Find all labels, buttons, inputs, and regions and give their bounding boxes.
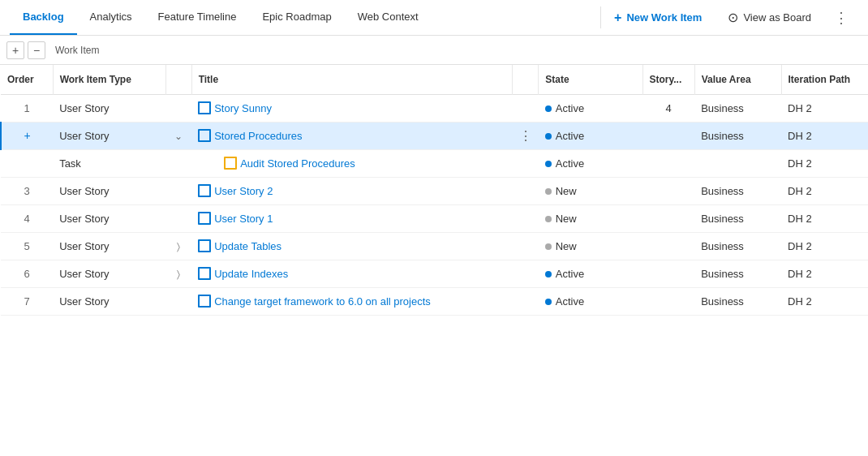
cell-title: User Story 1 [191,204,513,232]
cell-work-item-type: User Story [53,204,165,232]
cell-expand[interactable]: 〉 [165,260,191,287]
table-row[interactable]: +User Story⌄ Stored Procedures ⋮ActiveBu… [1,122,868,149]
cell-iteration-path: DH 2 [781,122,868,149]
table-row[interactable]: 5User Story〉 Update Tables ⋮NewBusinessD… [1,232,868,260]
cell-order: 7 [1,287,53,315]
cell-work-item-type: User Story [53,232,165,260]
cell-expand [165,177,191,204]
cell-row-actions[interactable]: ⋮ [513,94,539,122]
col-order: Order [1,65,53,94]
cell-title: Change target framework to 6.0 on all pr… [191,287,513,315]
title-text[interactable]: Update Tables [214,240,281,252]
tab-feature-timeline[interactable]: Feature Timeline [145,0,250,35]
state-label: New [556,240,577,252]
cell-state: Active [539,287,642,315]
col-work-item-type: Work Item Type [53,65,165,94]
cell-row-actions[interactable]: ⋮ [513,177,539,204]
cell-title: Audit Stored Procedures [191,149,513,177]
cell-iteration-path: DH 2 [781,94,868,122]
remove-item-button[interactable]: − [28,41,45,59]
cell-iteration-path: DH 2 [781,260,868,287]
table-row[interactable]: Task Audit Stored Procedures ⋮ActiveDH 2 [1,149,868,177]
cell-work-item-type: User Story [53,287,165,315]
cell-expand[interactable]: ⌄ [165,122,191,149]
title-text[interactable]: Change target framework to 6.0 on all pr… [214,295,431,308]
title-text[interactable]: Stored Procedures [214,130,302,142]
nav-divider [600,6,601,28]
cell-title: User Story 2 [191,177,513,204]
table-row[interactable]: 7User Story Change target framework to 6… [1,287,868,315]
cell-row-actions[interactable]: ⋮ [513,287,539,315]
state-label: Active [556,102,584,114]
table-row[interactable]: 3User Story User Story 2 ⋮NewBusinessDH … [1,177,868,204]
title-text[interactable]: Story Sunny [214,102,272,114]
table-row[interactable]: 4User Story User Story 1 ⋮NewBusinessDH … [1,204,868,232]
state-dot [545,188,552,195]
table-body: 1User Story Story Sunny ⋮Active4Business… [1,94,868,315]
title-text[interactable]: User Story 2 [214,185,273,197]
cell-row-actions[interactable]: ⋮ [513,232,539,260]
cell-value-area: Business [694,260,781,287]
cell-story-points [642,177,694,204]
cell-row-actions[interactable]: ⋮ [513,149,539,177]
cell-row-actions[interactable]: ⋮ [513,204,539,232]
table-row[interactable]: 1User Story Story Sunny ⋮Active4Business… [1,94,868,122]
state-dot [545,133,552,140]
type-icon [198,239,211,252]
collapse-icon[interactable]: ⌄ [174,131,183,142]
type-icon [198,184,211,197]
title-text[interactable]: Update Indexes [214,268,288,280]
col-iteration-path: Iteration Path [781,65,868,94]
expand-icon[interactable]: 〉 [177,241,180,252]
cell-title: Update Tables [191,232,513,260]
tab-analytics[interactable]: Analytics [77,0,145,35]
expand-icon[interactable]: 〉 [177,269,180,280]
cell-state: New [539,204,642,232]
tab-web-context[interactable]: Web Context [345,0,432,35]
add-item-button[interactable]: + [6,41,24,59]
cell-value-area: Business [694,232,781,260]
cell-expand[interactable]: 〉 [165,232,191,260]
cell-state: New [539,232,642,260]
cell-title: Update Indexes [191,260,513,287]
state-label: New [556,213,577,225]
table-row[interactable]: 6User Story〉 Update Indexes ⋮ActiveBusin… [1,260,868,287]
more-options-button[interactable]: ⋮ [827,9,855,27]
row-context-menu[interactable]: ⋮ [519,129,532,143]
cell-iteration-path: DH 2 [781,232,868,260]
type-icon [224,157,237,170]
state-label: Active [556,157,584,170]
cell-expand [165,149,191,177]
col-value-area: Value Area [694,65,781,94]
backlog-table-container: Order Work Item Type Title State Story..… [0,65,868,456]
table-header-row: Order Work Item Type Title State Story..… [1,65,868,94]
cell-story-points: 4 [642,94,694,122]
title-text[interactable]: User Story 1 [214,213,273,225]
cell-order [1,149,53,177]
view-as-board-button[interactable]: ⊙ View as Board [718,6,821,29]
cell-work-item-type: User Story [53,122,165,149]
tab-epic-roadmap[interactable]: Epic Roadmap [249,0,344,35]
title-text[interactable]: Audit Stored Procedures [240,157,355,170]
cell-value-area: Business [694,287,781,315]
new-work-item-label: New Work Item [626,11,702,24]
new-work-item-button[interactable]: + New Work Item [604,6,711,29]
cell-state: Active [539,122,642,149]
cell-iteration-path: DH 2 [781,287,868,315]
col-story: Story... [642,65,694,94]
type-icon [198,101,211,114]
tab-backlog[interactable]: Backlog [10,0,77,35]
top-navigation: Backlog Analytics Feature Timeline Epic … [0,0,868,36]
type-icon [198,129,211,142]
cell-state: Active [539,260,642,287]
add-child-icon[interactable]: + [24,129,30,142]
cell-order: 5 [1,232,53,260]
cell-row-actions[interactable]: ⋮ [513,260,539,287]
cell-row-actions[interactable]: ⋮ [513,122,539,149]
cell-value-area: Business [694,122,781,149]
col-state: State [539,65,642,94]
state-dot [545,271,552,277]
work-item-label: Work Item [55,45,99,56]
type-icon [198,295,211,308]
col-title: Title [191,65,513,94]
